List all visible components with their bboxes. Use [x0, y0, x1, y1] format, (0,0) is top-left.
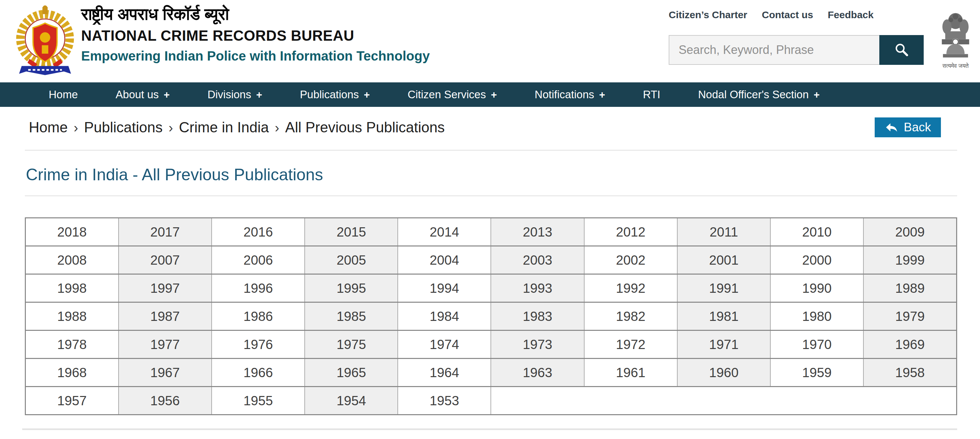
year-cell-1987[interactable]: 1987: [119, 303, 212, 331]
year-cell-2004[interactable]: 2004: [398, 246, 491, 274]
year-cell-2011[interactable]: 2011: [677, 218, 770, 246]
plus-icon: +: [256, 89, 262, 101]
year-cell-1978[interactable]: 1978: [25, 331, 119, 358]
year-cell-1994[interactable]: 1994: [398, 274, 491, 303]
year-cell-2014[interactable]: 2014: [398, 218, 491, 246]
year-cell-1956[interactable]: 1956: [119, 387, 212, 415]
year-cell-1980[interactable]: 1980: [770, 303, 864, 331]
year-cell-1988[interactable]: 1988: [25, 303, 119, 331]
year-cell-1966[interactable]: 1966: [212, 358, 305, 387]
year-cell-1997[interactable]: 1997: [119, 274, 212, 303]
year-cell-2008[interactable]: 2008: [25, 246, 119, 274]
year-cell-2001[interactable]: 2001: [677, 246, 770, 274]
top-link-feedback[interactable]: Feedback: [828, 9, 873, 21]
year-cell-2009[interactable]: 2009: [864, 218, 956, 246]
nav-item-label: Notifications: [535, 88, 594, 101]
search-bar: [669, 35, 924, 65]
top-link-contact-us[interactable]: Contact us: [762, 9, 813, 21]
year-cell-1957[interactable]: 1957: [25, 387, 119, 415]
org-name-english: NATIONAL CRIME RECORDS BUREAU: [81, 27, 430, 44]
nav-item-label: RTI: [643, 88, 660, 101]
year-cell-1972[interactable]: 1972: [584, 331, 677, 358]
nav-item-label: Divisions: [207, 88, 251, 101]
nav-item-home[interactable]: Home: [30, 82, 97, 107]
year-cell-1973[interactable]: 1973: [491, 331, 584, 358]
year-cell-1974[interactable]: 1974: [398, 331, 491, 358]
back-button[interactable]: Back: [875, 117, 941, 137]
year-cell-2013[interactable]: 2013: [491, 218, 584, 246]
nav-item-notifications[interactable]: Notifications+: [515, 82, 624, 107]
year-cell-2007[interactable]: 2007: [119, 246, 212, 274]
table-row: 2018201720162015201420132012201120102009: [25, 218, 957, 246]
breadcrumb-item-crime-in-india[interactable]: Crime in India: [179, 119, 269, 135]
year-cell-1982[interactable]: 1982: [584, 303, 677, 331]
table-row: 19571956195519541953: [25, 387, 957, 415]
year-cell-1986[interactable]: 1986: [212, 303, 305, 331]
year-cell-1977[interactable]: 1977: [119, 331, 212, 358]
year-cell-1991[interactable]: 1991: [677, 274, 770, 303]
year-cell-2003[interactable]: 2003: [491, 246, 584, 274]
year-cell-1961[interactable]: 1961: [584, 358, 677, 387]
nav-item-nodal-officer-s-section[interactable]: Nodal Officer's Section+: [679, 82, 838, 107]
year-cell-1960[interactable]: 1960: [677, 358, 770, 387]
year-cell-2018[interactable]: 2018: [25, 218, 119, 246]
nav-item-rti[interactable]: RTI: [624, 82, 679, 107]
year-cell-1989[interactable]: 1989: [864, 274, 956, 303]
year-cell-1983[interactable]: 1983: [491, 303, 584, 331]
year-cell-1969[interactable]: 1969: [864, 331, 956, 358]
breadcrumb-separator: ›: [275, 120, 279, 135]
year-cell-2015[interactable]: 2015: [305, 218, 398, 246]
nav-item-label: About us: [116, 88, 159, 101]
nav-item-label: Nodal Officer's Section: [698, 88, 809, 101]
year-cell-1959[interactable]: 1959: [770, 358, 864, 387]
table-row: 1988198719861985198419831982198119801979: [25, 303, 957, 331]
year-cell-1998[interactable]: 1998: [25, 274, 119, 303]
year-cell-1955[interactable]: 1955: [212, 387, 305, 415]
nav-item-divisions[interactable]: Divisions+: [188, 82, 281, 107]
year-cell-1995[interactable]: 1995: [305, 274, 398, 303]
main-nav: HomeAbout us+Divisions+Publications+Citi…: [0, 82, 980, 107]
nav-item-about-us[interactable]: About us+: [97, 82, 188, 107]
year-cell-1953[interactable]: 1953: [398, 387, 491, 415]
year-cell-1958[interactable]: 1958: [864, 358, 956, 387]
year-cell-2016[interactable]: 2016: [212, 218, 305, 246]
year-cell-1999[interactable]: 1999: [864, 246, 956, 274]
emblem-motto: सत्यमेव जयते: [936, 63, 975, 70]
top-link-citizen-s-charter[interactable]: Citizen’s Charter: [669, 9, 747, 21]
year-cell-1967[interactable]: 1967: [119, 358, 212, 387]
year-cell-1975[interactable]: 1975: [305, 331, 398, 358]
year-cell-1984[interactable]: 1984: [398, 303, 491, 331]
year-cell-1976[interactable]: 1976: [212, 331, 305, 358]
year-cell-1963[interactable]: 1963: [491, 358, 584, 387]
breadcrumb-item-home[interactable]: Home: [29, 119, 68, 135]
year-cell-2002[interactable]: 2002: [584, 246, 677, 274]
year-cell-1996[interactable]: 1996: [212, 274, 305, 303]
site-header: राष्ट्रीय अपराध रिकॉर्ड ब्यूरो NATIONAL …: [0, 0, 980, 82]
table-row: 1978197719761975197419731972197119701969: [25, 331, 957, 358]
year-cell-2005[interactable]: 2005: [305, 246, 398, 274]
year-cell-1964[interactable]: 1964: [398, 358, 491, 387]
year-cell-2012[interactable]: 2012: [584, 218, 677, 246]
year-cell-2006[interactable]: 2006: [212, 246, 305, 274]
year-cell-1993[interactable]: 1993: [491, 274, 584, 303]
year-cell-1965[interactable]: 1965: [305, 358, 398, 387]
year-cell-1979[interactable]: 1979: [864, 303, 956, 331]
year-cell-1990[interactable]: 1990: [770, 274, 864, 303]
nav-item-citizen-services[interactable]: Citizen Services+: [389, 82, 516, 107]
search-input[interactable]: [669, 35, 879, 65]
nav-item-publications[interactable]: Publications+: [281, 82, 389, 107]
year-cell-1981[interactable]: 1981: [677, 303, 770, 331]
table-row: 2008200720062005200420032002200120001999: [25, 246, 957, 274]
year-cell-1970[interactable]: 1970: [770, 331, 864, 358]
year-cell-2017[interactable]: 2017: [119, 218, 212, 246]
search-button[interactable]: [879, 35, 924, 65]
year-cell-2010[interactable]: 2010: [770, 218, 864, 246]
year-cell-1985[interactable]: 1985: [305, 303, 398, 331]
year-cell-1992[interactable]: 1992: [584, 274, 677, 303]
header-right: Citizen’s CharterContact usFeedback: [669, 7, 924, 65]
year-cell-1971[interactable]: 1971: [677, 331, 770, 358]
breadcrumb-item-publications[interactable]: Publications: [84, 119, 162, 135]
year-cell-1954[interactable]: 1954: [305, 387, 398, 415]
year-cell-1968[interactable]: 1968: [25, 358, 119, 387]
year-cell-2000[interactable]: 2000: [770, 246, 864, 274]
